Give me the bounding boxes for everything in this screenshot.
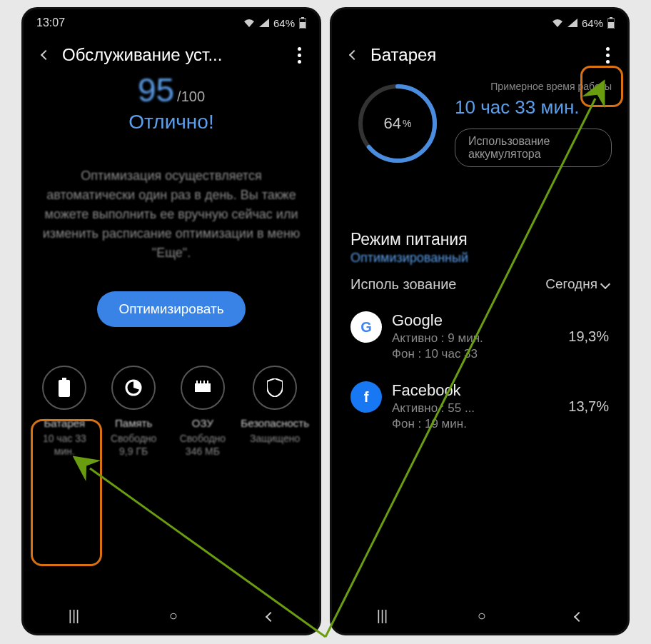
topbar: Обслуживание уст... [24, 36, 319, 74]
score-of: /100 [177, 89, 205, 105]
google-icon: G [350, 311, 382, 343]
shield-icon [267, 378, 283, 397]
time-remaining: 10 час 33 мин. [455, 96, 612, 119]
tile-storage[interactable]: Память Свободно 9,9 ГБ [103, 366, 165, 458]
ring-pct: 64 [384, 114, 401, 133]
score: 95/100 Отлично! [32, 71, 311, 134]
nav-home[interactable]: ○ [169, 608, 178, 624]
wifi-icon [243, 19, 255, 27]
tile-ram[interactable]: ОЗУ Свободно 346 МБ [172, 366, 234, 458]
navbar: ||| ○ [24, 598, 319, 633]
status-text: Отлично! [32, 111, 311, 134]
section-power-mode: Режим питания [350, 230, 609, 249]
usage-row[interactable]: Исполь зование Сегодня [350, 266, 609, 303]
battery-icon [57, 378, 71, 398]
power-mode-value[interactable]: Оптимизированный [350, 251, 609, 266]
back-button[interactable] [34, 43, 58, 67]
tiles: Батарея 10 час 33 мин. Память Свободно 9… [32, 366, 311, 458]
statusbar: 13:07 64% [24, 9, 319, 36]
signal-icon [567, 19, 577, 27]
ram-icon [193, 381, 213, 395]
optimization-desc: Оптимизация осуществляется автоматически… [32, 166, 311, 263]
chevron-down-icon [600, 279, 610, 289]
tile-battery[interactable]: Батарея 10 час 33 мин. [34, 366, 96, 458]
more-button[interactable] [592, 39, 623, 71]
approx-label: Примерное время работы [455, 81, 612, 92]
content: 64% Примерное время работы 10 час 33 мин… [332, 74, 627, 598]
phone-right: 64% Батарея 64% Примерное время работы 1… [330, 7, 630, 635]
status-icons: 64% [243, 17, 306, 29]
nav-back[interactable] [267, 608, 274, 624]
usage-history-button[interactable]: Использование аккумулятора [455, 129, 612, 167]
navbar: ||| ○ [332, 598, 627, 633]
clock: 13:07 [36, 16, 65, 29]
svg-rect-2 [300, 22, 306, 28]
list: Режим питания Оптимизированный Исполь зо… [340, 230, 619, 443]
battery-pct: 64% [582, 17, 603, 29]
phone-left: 13:07 64% Обслуживание уст... 95/100 Отл… [21, 7, 321, 635]
statusbar: 64% [332, 9, 627, 36]
optimize-button[interactable]: Оптимизировать [97, 291, 245, 327]
storage-icon [124, 378, 143, 397]
nav-back[interactable] [575, 608, 582, 624]
usage-label: Исполь зование [350, 276, 545, 293]
svg-rect-8 [200, 381, 201, 383]
back-button[interactable] [342, 43, 366, 67]
nav-home[interactable]: ○ [478, 608, 486, 624]
usage-value: Сегодня [545, 276, 597, 292]
app-row-google[interactable]: G Google Активно : 9 мин. Фон : 10 час 3… [350, 303, 609, 373]
svg-rect-10 [207, 381, 208, 383]
page-title: Обслуживание уст... [62, 45, 283, 65]
nav-recent[interactable]: ||| [377, 608, 388, 624]
app-pct: 13,7% [568, 398, 609, 415]
svg-rect-7 [196, 381, 198, 383]
battery-ring: 64% [355, 81, 440, 166]
battery-icon [299, 17, 306, 29]
content: 95/100 Отлично! Оптимизация осуществляет… [24, 74, 319, 598]
battery-icon [607, 17, 615, 29]
wifi-icon [552, 19, 563, 27]
battery-summary: 64% Примерное время работы 10 час 33 мин… [340, 74, 619, 167]
battery-pct: 64% [273, 17, 295, 29]
svg-rect-13 [608, 22, 614, 28]
more-button[interactable] [283, 39, 315, 71]
facebook-icon: f [350, 381, 382, 413]
app-row-facebook[interactable]: f Facebook Активно : 55 ... Фон : 19 мин… [350, 373, 609, 443]
score-value: 95 [138, 71, 174, 109]
nav-recent[interactable]: ||| [69, 608, 80, 624]
topbar: Батарея [332, 36, 627, 74]
tile-security[interactable]: Безопасность Защищено [241, 366, 309, 458]
svg-rect-3 [62, 378, 66, 380]
page-title: Батарея [370, 45, 592, 65]
app-pct: 19,3% [568, 328, 609, 345]
svg-rect-4 [59, 380, 70, 397]
svg-rect-9 [203, 381, 205, 383]
svg-rect-6 [195, 383, 211, 392]
signal-icon [259, 19, 269, 27]
status-icons: 64% [552, 17, 615, 29]
